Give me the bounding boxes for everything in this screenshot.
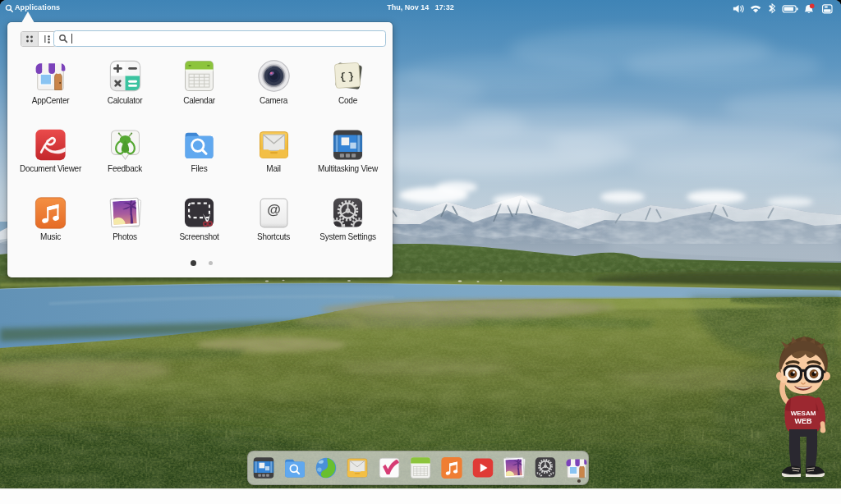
svg-text:WESAM: WESAM	[791, 410, 816, 417]
svg-text:{ }: { }	[339, 71, 354, 83]
svg-text:WEB: WEB	[795, 417, 812, 425]
svg-text:@: @	[267, 202, 281, 218]
